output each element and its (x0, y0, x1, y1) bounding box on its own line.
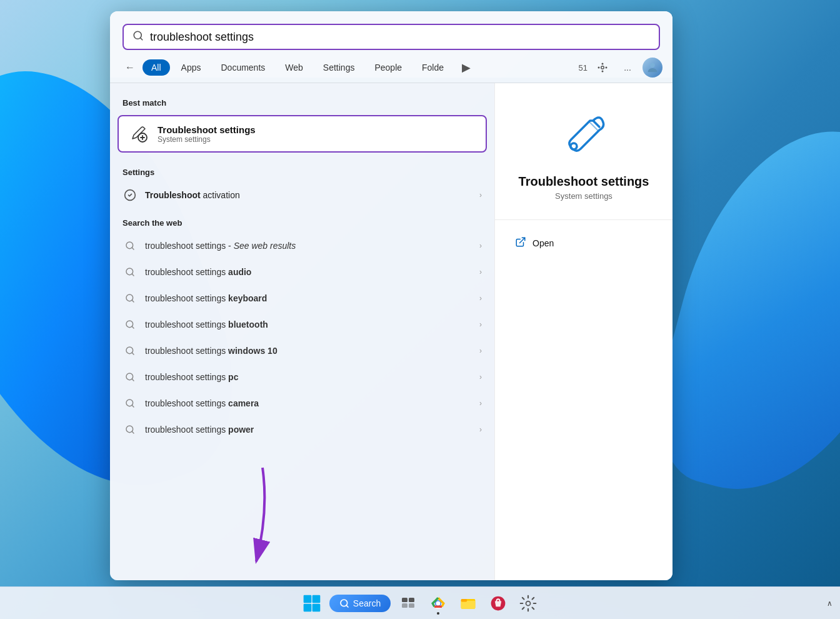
svg-line-30 (520, 238, 525, 243)
left-panel: Best match Troubleshoot settings System … (110, 83, 494, 580)
right-panel: Troubleshoot settings System settings Op… (494, 83, 672, 580)
svg-line-21 (132, 353, 134, 355)
web-item-text-4: troubleshoot settings windows 10 (145, 346, 472, 356)
svg-point-7 (650, 63, 654, 68)
svg-rect-32 (303, 595, 311, 603)
svg-line-23 (132, 379, 134, 381)
search-input[interactable] (150, 31, 650, 44)
svg-line-17 (132, 300, 134, 302)
best-match-item-subtitle: System settings (158, 135, 256, 144)
detail-actions: Open (495, 220, 672, 266)
web-search-icon-2 (122, 291, 138, 306)
web-item-4[interactable]: troubleshoot settings windows 10 › (110, 338, 494, 364)
svg-rect-46 (461, 600, 476, 608)
tab-documents[interactable]: Documents (212, 59, 274, 76)
task-view-button[interactable] (396, 591, 421, 616)
web-item-text-2: troubleshoot settings keyboard (145, 293, 472, 303)
web-item-5[interactable]: troubleshoot settings pc › (110, 364, 494, 390)
svg-point-44 (436, 601, 441, 605)
chrome-dot (437, 612, 439, 615)
web-search-icon-3 (122, 317, 138, 332)
best-match-text: Troubleshoot settings System settings (158, 124, 256, 144)
back-button[interactable]: ← (120, 58, 140, 78)
search-window: ← All Apps Documents Web Settings People… (110, 11, 672, 580)
taskbar-chevron[interactable]: ∧ (827, 599, 832, 608)
web-item-text-5: troubleshoot settings pc (145, 372, 472, 382)
web-item-6[interactable]: troubleshoot settings camera › (110, 390, 494, 416)
web-item-chevron-0: › (479, 241, 482, 250)
tab-all[interactable]: All (142, 59, 170, 76)
more-options-button[interactable]: ... (618, 58, 638, 78)
detail-icon (556, 108, 612, 164)
detail-title: Troubleshoot settings (519, 174, 649, 189)
web-item-chevron-2: › (479, 294, 482, 303)
web-item-0[interactable]: troubleshoot settings - See web results … (110, 233, 494, 259)
settings-item-activation[interactable]: Troubleshoot activation › (110, 182, 494, 208)
web-item-1[interactable]: troubleshoot settings audio › (110, 259, 494, 285)
svg-point-49 (526, 601, 531, 605)
detail-top: Troubleshoot settings System settings (495, 83, 672, 220)
best-match-icon (128, 123, 150, 145)
best-match-item-title: Troubleshoot settings (158, 124, 256, 135)
web-section: Search the web troubleshoot settings - S… (110, 208, 494, 443)
filter-tabs-right: 51 ... (579, 58, 662, 78)
svg-line-37 (346, 605, 348, 607)
web-item-chevron-5: › (479, 373, 482, 381)
open-label: Open (532, 238, 554, 248)
taskbar: Search (0, 586, 840, 619)
web-item-7[interactable]: troubleshoot settings power › (110, 416, 494, 443)
svg-rect-47 (461, 599, 468, 601)
svg-rect-41 (409, 603, 414, 608)
web-item-text-1: troubleshoot settings audio (145, 267, 472, 277)
web-item-chevron-7: › (479, 425, 482, 434)
web-search-icon-7 (122, 422, 138, 437)
tab-settings[interactable]: Settings (314, 59, 364, 76)
web-search-icon-5 (122, 370, 138, 385)
windows-logo-button[interactable] (299, 591, 324, 616)
open-action[interactable]: Open (510, 230, 658, 256)
main-content: Best match Troubleshoot settings System … (110, 83, 672, 580)
filter-tabs: ← All Apps Documents Web Settings People… (110, 50, 672, 78)
taskbar-search-button[interactable]: Search (329, 595, 391, 612)
svg-point-5 (598, 67, 599, 68)
web-search-icon-0 (122, 238, 138, 253)
web-item-2[interactable]: troubleshoot settings keyboard › (110, 285, 494, 311)
svg-rect-38 (402, 598, 408, 602)
svg-line-15 (132, 274, 134, 276)
file-explorer-button[interactable] (456, 591, 481, 616)
more-tabs-button[interactable]: ▶ (456, 58, 476, 78)
web-item-chevron-3: › (479, 320, 482, 329)
svg-line-13 (132, 248, 134, 249)
best-match-item[interactable]: Troubleshoot settings System settings (118, 115, 487, 153)
web-item-text-0: troubleshoot settings - See web results (145, 241, 472, 251)
search-bar-container[interactable] (122, 24, 660, 50)
activation-icon (122, 188, 138, 203)
tab-apps[interactable]: Apps (172, 59, 210, 76)
store-button[interactable] (486, 591, 511, 616)
svg-rect-39 (409, 598, 414, 602)
tab-people[interactable]: People (366, 59, 411, 76)
search-type-icon[interactable] (592, 58, 612, 78)
search-bar-area (110, 11, 672, 50)
svg-line-19 (132, 326, 134, 328)
web-item-chevron-4: › (479, 346, 482, 355)
svg-rect-35 (312, 603, 320, 611)
web-search-icon-6 (122, 396, 138, 411)
tab-folders[interactable]: Folde (413, 59, 452, 76)
web-search-icon-4 (122, 343, 138, 358)
svg-line-25 (132, 405, 134, 407)
chrome-button[interactable] (426, 591, 451, 616)
tab-web[interactable]: Web (276, 59, 312, 76)
result-count: 51 (579, 63, 588, 73)
web-item-3[interactable]: troubleshoot settings bluetooth › (110, 311, 494, 338)
svg-point-28 (571, 143, 577, 149)
search-icon (132, 30, 144, 44)
web-item-chevron-1: › (479, 268, 482, 276)
web-item-text-7: troubleshoot settings power (145, 425, 472, 435)
detail-subtitle: System settings (555, 191, 612, 201)
settings-section: Settings Troubleshoot activation › (110, 155, 494, 208)
user-avatar[interactable] (642, 58, 662, 78)
activation-bold: Troubleshoot (145, 190, 201, 200)
web-item-text-3: troubleshoot settings bluetooth (145, 320, 472, 330)
settings-button[interactable] (516, 591, 541, 616)
